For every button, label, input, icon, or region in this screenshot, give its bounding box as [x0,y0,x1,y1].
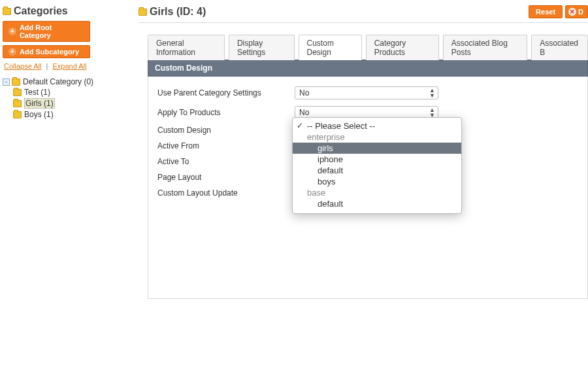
layout-update-label: Custom Layout Update [157,188,295,198]
folder-icon [12,79,20,86]
plus-icon: + [8,48,16,56]
tree-node[interactable]: Boys (1) [13,109,125,120]
apply-to-value: No [299,108,309,117]
delete-button[interactable]: ✕ D [565,5,588,18]
page-title-text: Girls (ID: 4) [150,6,206,18]
tab[interactable]: Associated B [531,35,588,60]
form-panel: Use Parent Category Settings No ▲▼ Apply… [148,77,588,299]
use-parent-select[interactable]: No ▲▼ [295,86,438,99]
custom-design-label: Custom Design [157,126,295,135]
expand-all-link[interactable]: Expand All [52,62,86,70]
delete-label: D [578,8,583,16]
tree-root-label: Default Category (0) [23,77,93,86]
dropdown-option[interactable]: iphone [293,154,461,165]
page-layout-label: Page Layout [157,173,295,182]
folder-icon [13,111,22,118]
select-arrows-icon: ▲▼ [429,107,435,118]
tree-node[interactable]: Test (1) [13,87,125,97]
tree-node[interactable]: Girls (1) [13,97,125,109]
tree-node-label: Boys (1) [24,110,54,119]
add-root-category-button[interactable]: + Add Root Category [3,21,90,42]
tree-root[interactable]: − Default Category (0) [3,77,125,87]
folder-icon [13,100,22,107]
tab[interactable]: Custom Design [299,35,362,60]
active-to-label: Active To [157,157,295,166]
add-subcategory-button[interactable]: + Add Subcategory [3,45,90,58]
active-from-label: Active From [157,141,295,150]
dropdown-group: enterprise [293,131,461,143]
add-sub-label: Add Subcategory [20,48,79,56]
sidebar-title: Categories [3,5,125,17]
tree-node-label: Girls (1) [24,98,55,109]
custom-design-dropdown[interactable]: -- Please Select --enterprisegirlsiphone… [292,117,462,214]
folder-icon [139,9,147,16]
tab[interactable]: Associated Blog Posts [443,35,528,60]
folder-icon [3,8,11,15]
folder-icon [13,89,22,96]
plus-icon: + [8,27,16,35]
separator: | [46,62,48,70]
linkbar: Collapse All | Expand All [4,62,125,70]
select-arrows-icon: ▲▼ [429,88,435,98]
dropdown-placeholder[interactable]: -- Please Select -- [293,120,461,131]
use-parent-label: Use Parent Category Settings [157,88,295,97]
tab[interactable]: Display Settings [229,35,295,60]
sidebar-title-text: Categories [14,5,68,17]
tree-node-label: Test (1) [24,88,50,97]
tab[interactable]: Category Products [366,35,439,60]
collapse-all-link[interactable]: Collapse All [4,62,41,70]
dropdown-group: base [293,187,461,198]
dropdown-option[interactable]: girls [293,143,461,154]
tab[interactable]: General Information [148,35,225,60]
dropdown-option[interactable]: boys [293,176,461,187]
apply-to-label: Apply To Products [157,108,295,117]
page-title: Girls (ID: 4) [139,6,206,18]
dropdown-option[interactable]: default [293,165,461,176]
add-root-label: Add Root Category [20,24,84,39]
category-tree: − Default Category (0) Test (1)Girls (1)… [3,77,125,120]
reset-button[interactable]: Reset [529,5,563,18]
use-parent-value: No [299,88,309,97]
delete-icon: ✕ [568,8,576,16]
dropdown-option[interactable]: default [293,198,461,209]
tree-collapse-icon[interactable]: − [3,79,10,86]
section-header: Custom Design [148,60,588,77]
